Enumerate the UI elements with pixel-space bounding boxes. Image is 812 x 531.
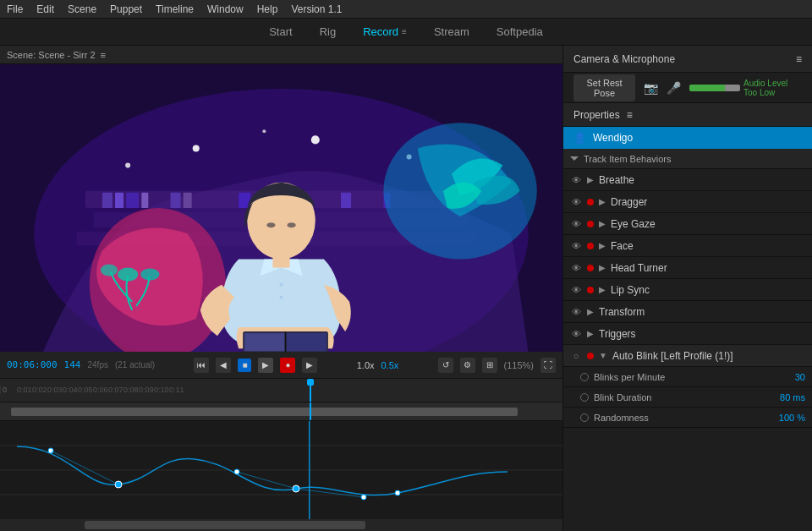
menu-file[interactable]: File: [7, 3, 23, 15]
nav-start[interactable]: Start: [269, 25, 292, 38]
svg-point-42: [395, 490, 400, 495]
nav-record[interactable]: Record ≡: [363, 25, 407, 38]
ruler-mark-4: 0:04: [63, 386, 78, 394]
menu-help[interactable]: Help: [257, 3, 278, 15]
prop-blinks-per-minute: Blinks per Minute 30: [563, 367, 812, 387]
prop-randomness: Randomness 100 %: [563, 408, 812, 428]
nav-stream[interactable]: Stream: [434, 25, 469, 38]
menu-window[interactable]: Window: [207, 3, 244, 15]
ruler-mark-2: 0:02: [32, 386, 47, 394]
eye-icon-autoblink[interactable]: ○: [570, 351, 582, 361]
track-playhead: [310, 402, 311, 420]
prop-name-rand: Randomness: [594, 413, 774, 423]
main-area: Scene: Scene - Sirr 2 ≡: [0, 46, 812, 531]
eye-icon-transform[interactable]: 👁: [570, 307, 582, 317]
left-panel: Scene: Scene - Sirr 2 ≡: [0, 46, 562, 531]
ruler-mark-3: 0:03: [47, 386, 63, 394]
scene-menu-icon[interactable]: ≡: [101, 50, 106, 60]
puppet-item[interactable]: 👤 Wendigo: [563, 127, 812, 149]
bottom-scroll[interactable]: [0, 519, 562, 531]
nav-bar: Start Rig Record ≡ Stream Softpedia: [0, 19, 812, 46]
prev-frame-button[interactable]: ◀: [216, 358, 231, 373]
svg-point-33: [279, 283, 283, 287]
behavior-triggers[interactable]: 👁 ▶ Triggers: [563, 323, 812, 345]
behavior-breathe[interactable]: 👁 ▶ Breathe: [563, 169, 812, 191]
svg-point-24: [140, 269, 159, 281]
menu-edit[interactable]: Edit: [36, 3, 54, 15]
rest-pose-button[interactable]: Set Rest Pose: [573, 74, 635, 101]
ruler-mark-7: 0:07: [108, 386, 123, 394]
svg-point-17: [125, 163, 130, 168]
svg-point-22: [118, 268, 138, 282]
behavior-transform[interactable]: 👁 ▶ Transform: [563, 301, 812, 323]
menu-puppet[interactable]: Puppet: [110, 3, 142, 15]
behavior-head-turner[interactable]: 👁 ▶ Head Turner: [563, 257, 812, 279]
eye-icon-eyegaze[interactable]: 👁: [570, 219, 582, 229]
eye-icon-face[interactable]: 👁: [570, 241, 582, 251]
svg-point-30: [266, 222, 275, 227]
settings-button[interactable]: ⚙: [460, 358, 475, 373]
scene-svg: [0, 64, 562, 352]
prop-value-bd[interactable]: 80 ms: [780, 392, 805, 402]
graph-svg: [0, 421, 562, 519]
loop-button[interactable]: ↺: [438, 358, 453, 373]
red-dot-eyegaze: [587, 221, 594, 227]
cam-mic-menu-icon[interactable]: ≡: [796, 53, 802, 65]
eye-icon-triggers[interactable]: 👁: [570, 329, 582, 339]
speed-display: 1.0x: [357, 360, 375, 370]
ruler-mark-9: 0:09: [139, 386, 154, 394]
svg-point-18: [262, 129, 266, 133]
nav-softpedia[interactable]: Softpedia: [497, 25, 543, 38]
audio-level-text: Audio Level Too Low: [743, 79, 802, 97]
behavior-dragger[interactable]: 👁 ▶ Dragger: [563, 191, 812, 213]
timeline-controls: 00:06:000 144 24fps (21 actual) ⏮ ◀ ■ ▶ …: [0, 352, 562, 379]
menu-scene[interactable]: Scene: [68, 3, 96, 15]
svg-rect-13: [341, 193, 351, 208]
svg-rect-7: [126, 193, 139, 208]
red-dot-headturner: [587, 265, 594, 271]
behavior-lip-sync[interactable]: 👁 ▶ Lip Sync: [563, 279, 812, 301]
menu-version: Version 1.1: [291, 3, 342, 15]
auto-blink-header[interactable]: ○ ▼ Auto Blink [Left Profile (1!)]: [563, 345, 812, 367]
next-frame-button[interactable]: ▶: [302, 358, 317, 373]
arrow-triggers: ▶: [587, 329, 594, 338]
rest-pose-row: Set Rest Pose 📷 🎤 Audio Level Too Low: [563, 73, 812, 103]
prop-value-rand[interactable]: 100 %: [779, 413, 805, 423]
behavior-name-face: Face: [611, 240, 805, 252]
record-button[interactable]: ●: [280, 358, 295, 373]
fullscreen-button[interactable]: ⛶: [540, 358, 556, 373]
svg-point-47: [361, 495, 366, 500]
properties-menu-icon[interactable]: ≡: [627, 109, 633, 121]
track-behaviors-label: Track Item Behaviors: [584, 154, 672, 164]
svg-rect-8: [141, 193, 148, 208]
behavior-face[interactable]: 👁 ▶ Face: [563, 235, 812, 257]
viewport: [0, 64, 562, 352]
arrow-breathe: ▶: [587, 175, 594, 184]
expand-button[interactable]: ⊞: [482, 358, 497, 373]
eye-icon-dragger[interactable]: 👁: [570, 197, 582, 207]
svg-rect-10: [184, 193, 192, 208]
red-dot-lipsync: [587, 287, 594, 293]
scroll-thumb[interactable]: [85, 521, 366, 529]
eye-icon-lipsync[interactable]: 👁: [570, 285, 582, 295]
eye-icon-headturner[interactable]: 👁: [570, 263, 582, 273]
prop-circle-rand: [580, 413, 589, 422]
svg-point-31: [288, 222, 296, 227]
play-button[interactable]: ▶: [258, 358, 273, 373]
go-start-button[interactable]: ⏮: [194, 358, 209, 373]
prop-value-bpm[interactable]: 30: [795, 372, 805, 382]
camera-icon: 📷: [644, 81, 658, 95]
ruler-mark-1: 0:01: [17, 386, 32, 394]
svg-rect-26: [244, 333, 284, 351]
menu-timeline[interactable]: Timeline: [156, 3, 194, 15]
audio-level-bar: [689, 85, 740, 91]
ruler-mark-0: 0: [0, 386, 17, 394]
ruler-sub-marks: [0, 397, 562, 402]
ruler-mark-10: 0:10: [154, 386, 169, 394]
stop-button[interactable]: ■: [238, 359, 251, 372]
record-menu-icon[interactable]: ≡: [402, 27, 407, 36]
behavior-eye-gaze[interactable]: 👁 ▶ Eye Gaze: [563, 213, 812, 235]
nav-rig[interactable]: Rig: [320, 25, 337, 38]
track-behaviors-header[interactable]: Track Item Behaviors: [563, 149, 812, 169]
eye-icon-breathe[interactable]: 👁: [570, 175, 582, 185]
